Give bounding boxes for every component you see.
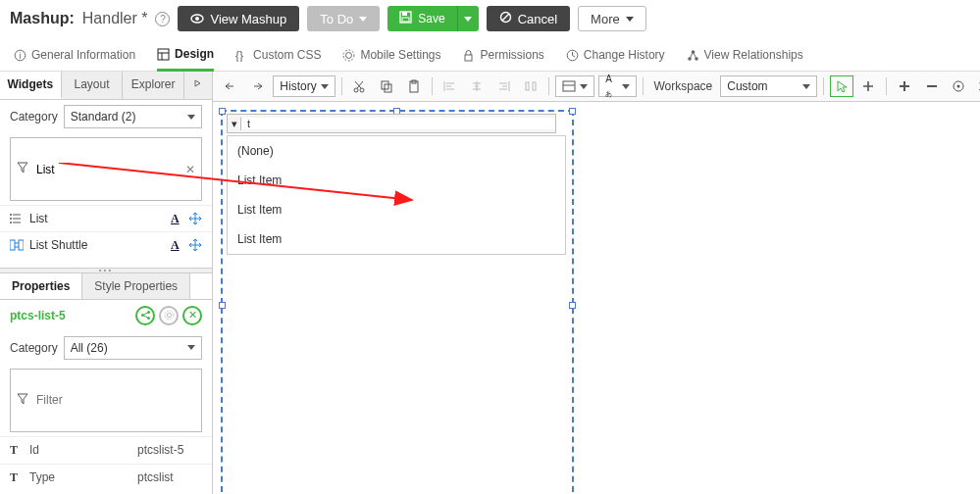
svg-rect-39 xyxy=(533,82,536,90)
property-row[interactable]: T Type ptcslist xyxy=(0,464,212,491)
svg-text:{}: {} xyxy=(235,49,243,62)
clear-filter-icon[interactable]: ✕ xyxy=(185,163,195,176)
svg-point-14 xyxy=(343,50,354,61)
text-type-icon: T xyxy=(10,443,24,458)
svg-point-22 xyxy=(10,214,12,216)
svg-point-24 xyxy=(10,222,12,223)
tab-layout[interactable]: Layout xyxy=(62,72,124,99)
text-format-icon[interactable]: A xyxy=(171,212,184,225)
svg-point-23 xyxy=(10,218,12,220)
widgets-filter[interactable]: ✕ xyxy=(10,137,202,201)
funnel-icon xyxy=(17,162,28,176)
save-button[interactable]: Save xyxy=(387,6,456,31)
save-dropdown-arrow[interactable] xyxy=(457,6,479,31)
tab-change-history-label: Change History xyxy=(584,48,665,62)
disk-icon xyxy=(399,11,412,26)
resize-handle[interactable] xyxy=(569,108,576,115)
share-button[interactable] xyxy=(135,306,155,325)
tab-custom-css[interactable]: {} Custom CSS xyxy=(235,42,321,70)
todo-button[interactable]: To Do xyxy=(307,6,380,31)
align-center-button[interactable] xyxy=(465,75,489,97)
tab-explorer[interactable]: Explorer xyxy=(123,72,184,99)
selected-list-widget[interactable]: ▾ t (None) List Item List Item List Item xyxy=(221,110,574,494)
props-filter[interactable] xyxy=(10,369,202,432)
align-left-button[interactable] xyxy=(438,75,462,97)
list-option[interactable]: List Item xyxy=(228,166,565,195)
copy-button[interactable] xyxy=(375,75,398,97)
distribute-button[interactable] xyxy=(520,75,543,97)
cut-button[interactable] xyxy=(348,75,372,97)
help-icon[interactable]: ? xyxy=(155,12,170,26)
tab-properties[interactable]: Properties xyxy=(0,273,82,299)
toolbar-separator xyxy=(548,77,549,95)
widget-item-label: List Shuttle xyxy=(29,238,87,252)
text-format-icon[interactable]: A xyxy=(171,238,184,252)
delete-button[interactable]: ✕ xyxy=(182,306,202,325)
todo-label: To Do xyxy=(320,12,353,26)
tab-permissions[interactable]: Permissions xyxy=(462,42,543,70)
text-direction-select[interactable]: Aあ xyxy=(598,75,637,97)
property-row[interactable]: T Id ptcslist-5 xyxy=(0,436,212,464)
list-option[interactable]: (None) xyxy=(228,136,565,166)
zoom-fit-button[interactable] xyxy=(948,75,971,97)
top-bar: Mashup: Handler * ? View Mashup To Do Sa… xyxy=(0,0,980,37)
add-tool-button[interactable] xyxy=(857,75,881,97)
mashup-subtabs: i General Information Design {} Custom C… xyxy=(0,37,980,72)
widgets-filter-input[interactable] xyxy=(34,162,185,177)
tab-style-properties[interactable]: Style Properties xyxy=(82,273,190,299)
list-widget-dropdown[interactable]: ▾ t xyxy=(227,114,556,133)
workspace-select[interactable]: Custom xyxy=(720,75,817,97)
list-option[interactable]: List Item xyxy=(228,195,565,224)
property-key: Type xyxy=(29,470,137,484)
undo-button[interactable] xyxy=(219,75,242,97)
widget-item-list[interactable]: List A xyxy=(0,205,212,231)
tab-mobile-settings[interactable]: Mobile Settings xyxy=(342,42,440,70)
settings-button[interactable] xyxy=(159,306,179,325)
left-panel-tabs: Widgets Layout Explorer xyxy=(0,72,212,100)
cancel-button[interactable]: Cancel xyxy=(487,6,570,31)
move-icon[interactable] xyxy=(188,212,202,225)
props-category-select[interactable]: All (26) xyxy=(64,336,202,360)
tab-change-history[interactable]: Change History xyxy=(566,42,665,70)
widget-item-list-shuttle[interactable]: List Shuttle A xyxy=(0,231,212,258)
svg-point-33 xyxy=(360,88,364,92)
tab-design[interactable]: Design xyxy=(157,41,214,72)
tab-view-relationships[interactable]: View Relationships xyxy=(687,42,803,70)
widgets-category-select[interactable]: Standard (2) xyxy=(64,105,202,128)
svg-line-6 xyxy=(502,14,509,21)
svg-line-18 xyxy=(572,55,575,57)
funnel-icon xyxy=(17,393,28,408)
view-mashup-button[interactable]: View Mashup xyxy=(178,6,299,31)
design-canvas[interactable]: ▾ t (None) List Item List Item List Item xyxy=(213,102,980,494)
save-split-button[interactable]: Save xyxy=(387,6,478,31)
align-right-button[interactable] xyxy=(492,75,516,97)
list-option[interactable]: List Item xyxy=(228,224,565,254)
caret-down-icon xyxy=(622,84,630,89)
resize-handle[interactable] xyxy=(219,108,226,115)
more-button[interactable]: More xyxy=(578,6,646,31)
widgets-category-row: Category Standard (2) xyxy=(0,100,212,133)
svg-rect-40 xyxy=(563,81,575,91)
tab-widgets[interactable]: Widgets xyxy=(0,72,62,99)
resize-handle[interactable] xyxy=(219,302,226,309)
caret-down-icon xyxy=(187,115,195,120)
paste-button[interactable] xyxy=(402,75,426,97)
property-value: ptcslist xyxy=(137,470,174,484)
zoom-in-button[interactable] xyxy=(893,75,916,97)
resize-handle[interactable] xyxy=(569,302,576,309)
workspace-value: Custom xyxy=(727,79,767,93)
css-icon: {} xyxy=(235,49,248,62)
tab-general-information[interactable]: i General Information xyxy=(14,42,135,70)
toolbar-separator xyxy=(432,77,433,95)
props-filter-input[interactable] xyxy=(34,392,195,408)
redo-button[interactable] xyxy=(246,75,270,97)
caret-down-icon xyxy=(359,17,367,22)
zoom-out-button[interactable] xyxy=(920,75,944,97)
svg-rect-38 xyxy=(526,82,529,90)
selection-tool-button[interactable] xyxy=(830,75,853,97)
move-icon[interactable] xyxy=(188,238,202,252)
history-select[interactable]: History xyxy=(273,75,335,97)
layout-mode-select[interactable] xyxy=(555,75,594,97)
tab-general-information-label: General Information xyxy=(31,48,135,62)
collapse-panel-button[interactable] xyxy=(184,72,212,99)
